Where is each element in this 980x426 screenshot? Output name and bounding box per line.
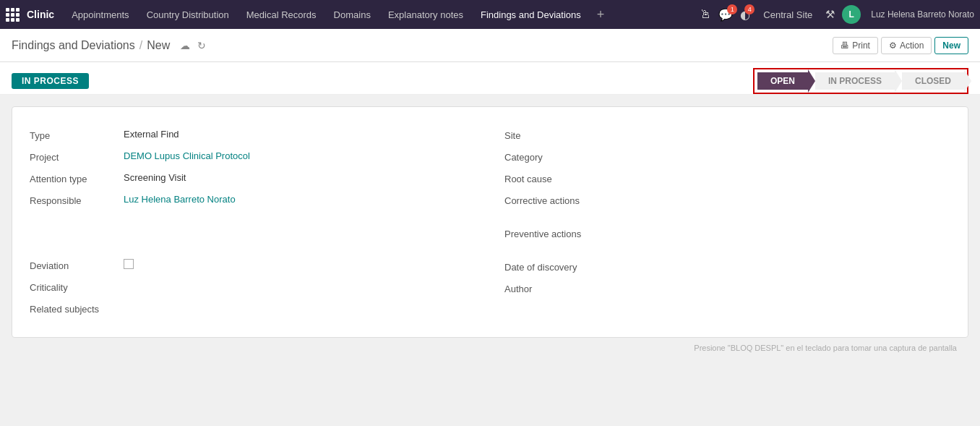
form-row-author: Author [504,278,950,299]
label-root-cause: Root cause [504,172,598,184]
clock-badge: 4 [744,4,755,14]
refresh-icon[interactable]: ↻ [197,40,206,51]
nav-explanatory-notes[interactable]: Explanatory notes [381,0,470,29]
label-author: Author [504,282,598,294]
label-site: Site [504,129,598,141]
label-criticality: Criticality [30,281,124,293]
label-type: Type [30,129,124,141]
main-content: Type External Find Project DEMO Lupus Cl… [0,95,980,384]
status-bar: IN PROCESS OPEN IN PROCESS CLOSED [0,62,980,95]
form-row-type: Type External Find [30,124,476,146]
print-button[interactable]: 🖶 Print [833,37,878,54]
form-row-deviation: Deviation [30,255,476,276]
new-button[interactable]: New [934,37,968,54]
nav-country-distribution[interactable]: Country Distribution [139,0,236,29]
nav-domains[interactable]: Domains [327,0,378,29]
keyboard-hint: Presione "BLOQ DESPL" en el teclado para… [12,338,968,358]
nav-medical-records[interactable]: Medical Records [239,0,324,29]
form-row-attention-type: Attention type Screening Visit [30,168,476,189]
form-right-column: Site Category Root cause Corrective acti… [504,124,950,320]
label-corrective-actions: Corrective actions [504,194,598,206]
value-attention-type: Screening Visit [124,172,476,183]
label-related-subjects: Related subjects [30,302,124,315]
breadcrumb: Findings and Deviations / New [12,39,170,52]
label-deviation: Deviation [30,259,124,271]
form-row-project: Project DEMO Lupus Clinical Protocol [30,146,476,168]
gear-icon: ⚙ [889,41,897,51]
label-project: Project [30,150,124,163]
workflow-step-open[interactable]: OPEN [757,72,808,90]
form-row-responsible: Responsible Luz Helena Barreto Norato [30,189,476,211]
form-left-column: Type External Find Project DEMO Lupus Cl… [30,124,476,320]
label-attention-type: Attention type [30,172,124,184]
settings-icon[interactable]: ⚒ [825,8,835,21]
avatar: L [842,5,861,24]
cloud-icon[interactable]: ☁ [180,40,190,51]
form-row-corrective-actions: Corrective actions [504,189,950,211]
label-date-discovery: Date of discovery [504,260,598,273]
form-card: Type External Find Project DEMO Lupus Cl… [12,106,968,338]
label-category: Category [504,150,598,163]
username-label: Luz Helena Barreto Norato [871,9,974,20]
form-row-site: Site [504,124,950,146]
form-row-date-discovery: Date of discovery [504,256,950,278]
workflow-step-closed[interactable]: CLOSED [902,72,964,90]
label-preventive-actions: Preventive actions [504,227,598,239]
label-responsible: Responsible [30,194,124,206]
form-row-category: Category [504,146,950,168]
chat-badge: 1 [727,4,737,14]
headset-icon[interactable]: 🖯 [700,8,711,21]
form-row-root-cause: Root cause [504,168,950,189]
workflow-step-in-process[interactable]: IN PROCESS [815,72,895,90]
form-row-related-subjects: Related subjects [30,298,476,320]
topnav: Clinic Appointments Country Distribution… [0,0,980,29]
value-project[interactable]: DEMO Lupus Clinical Protocol [124,150,476,161]
value-type: External Find [124,129,476,140]
action-button[interactable]: ⚙ Action [881,37,932,54]
status-badge: IN PROCESS [12,73,89,89]
nav-add-button[interactable]: + [591,0,611,29]
workflow-steps: OPEN IN PROCESS CLOSED [753,68,968,94]
breadcrumb-current: New [147,39,170,52]
checkbox-deviation[interactable] [124,259,134,269]
clock-icon[interactable]: ◐ 4 [740,8,750,22]
form-row-preventive-actions: Preventive actions [504,223,950,244]
nav-appointments[interactable]: Appointments [64,0,137,29]
breadcrumb-separator: / [139,39,142,52]
breadcrumb-bar: Findings and Deviations / New ☁ ↻ 🖶 Prin… [0,29,980,62]
form-row-criticality: Criticality [30,276,476,298]
nav-findings-deviations[interactable]: Findings and Deviations [473,0,588,29]
breadcrumb-base[interactable]: Findings and Deviations [12,39,135,52]
grid-menu-icon[interactable] [6,8,20,22]
value-responsible[interactable]: Luz Helena Barreto Norato [124,194,476,205]
brand-label: Clinic [27,9,54,20]
site-label: Central Site [763,9,812,20]
form-section: Type External Find Project DEMO Lupus Cl… [30,124,950,320]
chat-icon[interactable]: 💬 1 [718,8,733,22]
print-icon: 🖶 [841,41,849,51]
